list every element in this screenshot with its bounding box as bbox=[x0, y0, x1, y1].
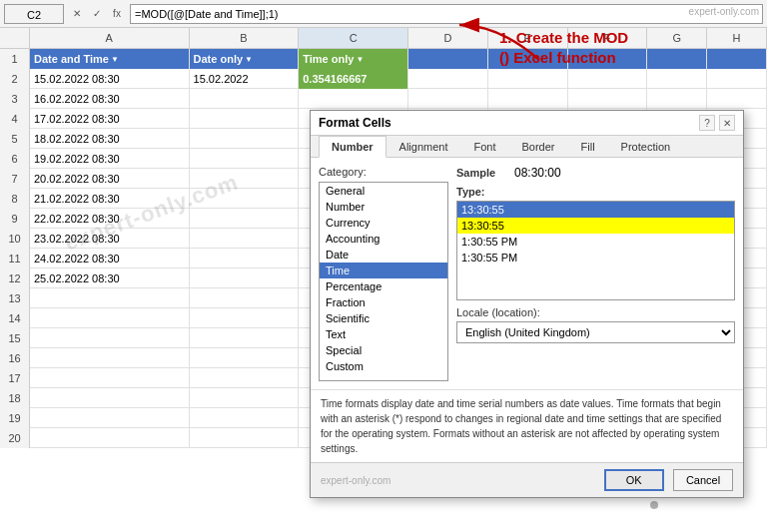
cancel-dialog-button[interactable]: Cancel bbox=[673, 469, 733, 491]
col-header-g: G bbox=[647, 28, 707, 48]
cell-a-14[interactable] bbox=[30, 308, 190, 328]
cell-a-16[interactable] bbox=[30, 348, 190, 368]
sample-label: Sample bbox=[456, 167, 506, 179]
dialog-tabs: Number Alignment Font Border Fill Protec… bbox=[311, 136, 743, 158]
cell-d-3[interactable] bbox=[408, 89, 488, 109]
ok-button[interactable]: OK bbox=[604, 469, 664, 491]
cell-b-20[interactable] bbox=[190, 428, 300, 448]
row-num-17: 17 bbox=[0, 368, 30, 388]
cell-c-3[interactable] bbox=[299, 89, 408, 109]
header-date-and-time[interactable]: Date and Time ▼ bbox=[30, 49, 190, 69]
category-percentage[interactable]: Percentage bbox=[320, 278, 447, 294]
category-general[interactable]: General bbox=[320, 183, 447, 199]
cell-b-15[interactable] bbox=[190, 328, 300, 348]
cell-b-3[interactable] bbox=[190, 89, 300, 109]
tab-font[interactable]: Font bbox=[460, 136, 508, 158]
cell-b-11[interactable] bbox=[190, 249, 300, 268]
tab-alignment[interactable]: Alignment bbox=[386, 136, 461, 158]
cell-b-7[interactable] bbox=[190, 169, 300, 189]
dialog-help-btn[interactable]: ? bbox=[699, 115, 715, 131]
tab-border[interactable]: Border bbox=[509, 136, 568, 158]
cell-b-2[interactable]: 15.02.2022 bbox=[190, 69, 300, 89]
cell-a-4[interactable]: 17.02.2022 08:30 bbox=[30, 109, 190, 129]
cell-a-2[interactable]: 15.02.2022 08:30 bbox=[30, 69, 190, 89]
cancel-formula-btn[interactable]: ✕ bbox=[68, 5, 86, 23]
cell-a-7[interactable]: 20.02.2022 08:30 bbox=[30, 169, 190, 189]
cell-a-17[interactable] bbox=[30, 368, 190, 388]
header-b-dropdown[interactable]: ▼ bbox=[245, 55, 253, 64]
confirm-formula-btn[interactable]: ✓ bbox=[88, 5, 106, 23]
cell-e-3[interactable] bbox=[488, 89, 568, 109]
type-item-2[interactable]: 1:30:55 PM bbox=[457, 234, 734, 250]
cell-h-3[interactable] bbox=[707, 89, 767, 109]
formula-toolbar: C2 ✕ ✓ fx expert-only.com bbox=[0, 0, 767, 28]
cell-a-20[interactable] bbox=[30, 428, 190, 448]
cell-b-8[interactable] bbox=[190, 189, 300, 209]
type-item-3[interactable]: 1:30:55 PM bbox=[457, 250, 734, 266]
cell-a-18[interactable] bbox=[30, 388, 190, 408]
cell-e-2[interactable] bbox=[488, 69, 568, 89]
insert-function-btn[interactable]: fx bbox=[108, 5, 126, 23]
locale-select[interactable]: English (United Kingdom) bbox=[456, 321, 735, 343]
header-time-only[interactable]: Time only ▼ bbox=[299, 49, 408, 69]
category-scientific[interactable]: Scientific bbox=[320, 310, 447, 326]
cell-a-13[interactable] bbox=[30, 288, 190, 308]
dialog-close-btn[interactable]: ✕ bbox=[719, 115, 735, 131]
header-c-dropdown[interactable]: ▼ bbox=[356, 55, 364, 64]
cell-reference-box[interactable]: C2 bbox=[4, 4, 64, 24]
category-text[interactable]: Text bbox=[320, 326, 447, 342]
locale-label: Locale (location): bbox=[456, 306, 735, 318]
cell-b-4[interactable] bbox=[190, 109, 300, 129]
cell-a-12[interactable]: 25.02.2022 08:30 bbox=[30, 268, 190, 288]
category-custom[interactable]: Custom bbox=[320, 358, 447, 374]
row-num-2: 2 bbox=[0, 69, 30, 89]
cell-a-19[interactable] bbox=[30, 408, 190, 428]
category-special[interactable]: Special bbox=[320, 342, 447, 358]
cell-a-11[interactable]: 24.02.2022 08:30 bbox=[30, 249, 190, 268]
header-a-dropdown[interactable]: ▼ bbox=[111, 55, 119, 64]
tab-number[interactable]: Number bbox=[319, 136, 386, 158]
cell-f-2[interactable] bbox=[568, 69, 648, 89]
cell-b-10[interactable] bbox=[190, 229, 300, 249]
type-list[interactable]: 13:30:55 13:30:55 1:30:55 PM 1:30:55 PM bbox=[456, 201, 735, 300]
cell-g-2[interactable] bbox=[647, 69, 707, 89]
cell-a-10[interactable]: 23.02.2022 08:30 bbox=[30, 229, 190, 249]
cell-g-3[interactable] bbox=[647, 89, 707, 109]
cell-b-16[interactable] bbox=[190, 348, 300, 368]
cell-b-5[interactable] bbox=[190, 129, 300, 149]
cell-a-3[interactable]: 16.02.2022 08:30 bbox=[30, 89, 190, 109]
type-item-1[interactable]: 13:30:55 bbox=[457, 218, 734, 234]
cell-b-6[interactable] bbox=[190, 149, 300, 169]
cell-a-5[interactable]: 18.02.2022 08:30 bbox=[30, 129, 190, 149]
formula-input[interactable] bbox=[130, 4, 763, 24]
category-fraction[interactable]: Fraction bbox=[320, 294, 447, 310]
cell-c-2[interactable]: 0.354166667 bbox=[299, 69, 408, 89]
cell-h-2[interactable] bbox=[707, 69, 767, 89]
cell-d-2[interactable] bbox=[408, 69, 488, 89]
tab-protection[interactable]: Protection bbox=[608, 136, 684, 158]
type-item-0[interactable]: 13:30:55 bbox=[457, 202, 734, 218]
cell-b-18[interactable] bbox=[190, 388, 300, 408]
cell-b-17[interactable] bbox=[190, 368, 300, 388]
tab-fill[interactable]: Fill bbox=[568, 136, 608, 158]
cell-a-6[interactable]: 19.02.2022 08:30 bbox=[30, 149, 190, 169]
category-list[interactable]: General Number Currency Accounting Date … bbox=[319, 182, 448, 381]
category-accounting[interactable]: Accounting bbox=[320, 231, 447, 247]
cell-b-13[interactable] bbox=[190, 288, 300, 308]
cell-b-14[interactable] bbox=[190, 308, 300, 328]
cell-f-3[interactable] bbox=[568, 89, 648, 109]
col-header-c: C bbox=[299, 28, 408, 48]
category-time[interactable]: Time bbox=[320, 263, 447, 278]
cell-a-8[interactable]: 21.02.2022 08:30 bbox=[30, 189, 190, 209]
cell-b-19[interactable] bbox=[190, 408, 300, 428]
header-date-only[interactable]: Date only ▼ bbox=[190, 49, 300, 69]
header-e bbox=[488, 49, 568, 69]
cell-b-9[interactable] bbox=[190, 209, 300, 229]
category-date[interactable]: Date bbox=[320, 247, 447, 263]
category-currency[interactable]: Currency bbox=[320, 215, 447, 231]
cell-b-12[interactable] bbox=[190, 268, 300, 288]
cell-a-9[interactable]: 22.02.2022 08:30 bbox=[30, 209, 190, 229]
col-header-d: D bbox=[408, 28, 488, 48]
cell-a-15[interactable] bbox=[30, 328, 190, 348]
category-number[interactable]: Number bbox=[320, 199, 447, 215]
